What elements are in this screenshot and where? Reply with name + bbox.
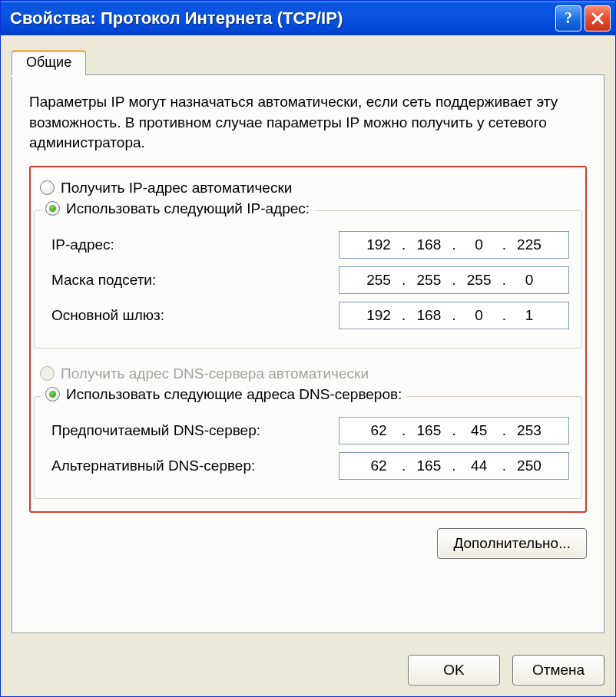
close-button[interactable] — [585, 5, 611, 31]
label-mask: Маска подсети: — [51, 272, 339, 289]
label-gateway: Основной шлюз: — [51, 307, 339, 324]
radio-row-dns-manual[interactable]: Использовать следующие адреса DNS-сервер… — [41, 386, 406, 403]
radio-label-ip-manual: Использовать следующий IP-адрес: — [66, 200, 310, 217]
dialog-button-row: OK Отмена — [1, 644, 615, 696]
tab-panel-general: Параметры IP могут назначаться автоматич… — [12, 74, 604, 633]
dnsp-octet-3[interactable] — [458, 421, 501, 440]
field-row-ip: IP-адрес: . . . — [51, 231, 569, 259]
mask-octet-2[interactable] — [407, 271, 450, 289]
radio-row-ip-auto[interactable]: Получить IP-адрес автоматически — [40, 180, 582, 197]
field-row-gateway: Основной шлюз: . . . — [51, 302, 569, 329]
ok-button[interactable]: OK — [408, 655, 500, 685]
dnsa-octet-4[interactable] — [508, 457, 551, 475]
gw-octet-2[interactable] — [407, 306, 450, 325]
field-row-mask: Маска подсети: . . . — [51, 266, 569, 294]
ip-octet-4[interactable] — [508, 236, 551, 254]
help-icon: ? — [565, 9, 572, 27]
dnsa-octet-1[interactable] — [357, 457, 400, 475]
ip-octet-3[interactable] — [458, 236, 501, 254]
radio-row-ip-manual[interactable]: Использовать следующий IP-адрес: — [41, 200, 314, 217]
window-title: Свойства: Протокол Интернета (TCP/IP) — [10, 8, 555, 28]
mask-octet-1[interactable] — [357, 271, 400, 289]
window-frame: Свойства: Протокол Интернета (TCP/IP) ? … — [0, 0, 616, 697]
radio-label-dns-manual: Использовать следующие адреса DNS-сервер… — [66, 386, 402, 403]
advanced-button-row: Дополнительно... — [29, 528, 587, 559]
groupbox-dns: Использовать следующие адреса DNS-сервер… — [34, 396, 582, 499]
gw-octet-3[interactable] — [458, 306, 501, 325]
input-dns-preferred[interactable]: . . . — [339, 417, 569, 444]
dnsp-octet-4[interactable] — [508, 421, 551, 440]
cancel-button[interactable]: Отмена — [512, 655, 604, 685]
mask-octet-4[interactable] — [508, 271, 551, 289]
dnsp-octet-2[interactable] — [407, 421, 450, 440]
titlebar[interactable]: Свойства: Протокол Интернета (TCP/IP) ? — [1, 1, 615, 35]
dnsp-octet-1[interactable] — [357, 421, 400, 440]
highlight-frame: Получить IP-адрес автоматически Использо… — [29, 166, 587, 513]
gw-octet-4[interactable] — [508, 306, 551, 325]
ip-octet-2[interactable] — [407, 236, 450, 254]
titlebar-buttons: ? — [555, 5, 611, 31]
client-area: Общие Параметры IP могут назначаться авт… — [1, 35, 615, 644]
groupbox-ip: Использовать следующий IP-адрес: IP-адре… — [34, 210, 582, 348]
close-icon — [591, 12, 604, 25]
tabs-row: Общие — [12, 49, 604, 74]
dnsa-octet-3[interactable] — [458, 457, 501, 475]
label-ip: IP-адрес: — [51, 236, 339, 253]
input-dns-alternate[interactable]: . . . — [339, 452, 569, 480]
mask-octet-3[interactable] — [458, 271, 501, 289]
input-ip-address[interactable]: . . . — [339, 231, 569, 259]
ip-octet-1[interactable] — [357, 236, 400, 254]
radio-icon — [40, 366, 55, 381]
dnsa-octet-2[interactable] — [407, 457, 450, 475]
field-row-dns-alt: Альтернативный DNS-сервер: . . . — [51, 452, 569, 480]
panel-description: Параметры IP могут назначаться автоматич… — [29, 92, 587, 154]
gw-octet-1[interactable] — [357, 306, 400, 325]
help-button[interactable]: ? — [555, 5, 581, 31]
label-dns-pref: Предпочитаемый DNS-сервер: — [51, 422, 339, 439]
tab-general-label: Общие — [26, 55, 71, 70]
input-gateway[interactable]: . . . — [339, 302, 569, 329]
field-row-dns-pref: Предпочитаемый DNS-сервер: . . . — [51, 417, 569, 444]
label-dns-alt: Альтернативный DNS-сервер: — [51, 458, 339, 474]
input-subnet-mask[interactable]: . . . — [339, 266, 569, 294]
tab-general[interactable]: Общие — [12, 50, 86, 75]
radio-row-dns-auto: Получить адрес DNS-сервера автоматически — [40, 365, 582, 382]
radio-label-dns-auto: Получить адрес DNS-сервера автоматически — [61, 365, 369, 382]
radio-icon — [40, 180, 55, 195]
advanced-button[interactable]: Дополнительно... — [437, 528, 587, 559]
radio-icon — [45, 387, 60, 401]
radio-label-ip-auto: Получить IP-адрес автоматически — [61, 180, 292, 197]
radio-icon — [45, 201, 60, 216]
